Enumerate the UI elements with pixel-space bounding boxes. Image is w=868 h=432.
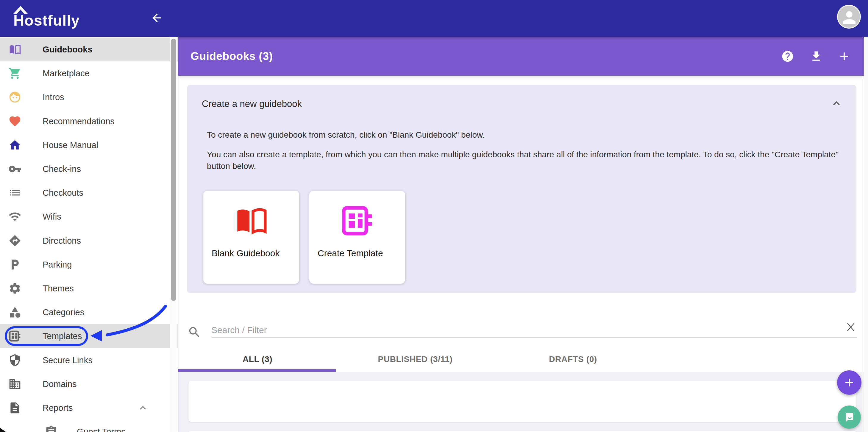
sidebar-item-label: Marketplace: [42, 68, 90, 78]
create-guidebook-panel: Create a new guidebook To create a new g…: [187, 85, 857, 293]
search-input[interactable]: [211, 321, 825, 339]
chat-widget-fab[interactable]: [838, 405, 861, 429]
add-guidebook-fab[interactable]: [837, 370, 862, 395]
parking-icon: [8, 258, 22, 271]
sidebar-item-label: Guidebooks: [42, 45, 93, 55]
document-icon: [8, 401, 22, 414]
sidebar-item-marketplace[interactable]: Marketplace: [0, 61, 170, 85]
sidebar-item-label: Parking: [42, 259, 72, 269]
sidebar-item-templates[interactable]: Templates: [0, 324, 178, 348]
guidebook-row[interactable]: SHARE VIEW: [188, 381, 857, 422]
hostfully-logo[interactable]: Hostfully: [13, 9, 80, 30]
sidebar-item-label: Wifis: [42, 212, 61, 222]
cart-icon: [8, 67, 22, 80]
logo-roof-icon: [13, 4, 28, 14]
open-book-icon: [8, 43, 22, 56]
top-app-bar: Hostfully: [0, 0, 868, 37]
template-icon: [8, 329, 22, 343]
sidebar-item-directions[interactable]: Directions: [0, 229, 170, 253]
panel-title: Create a new guidebook: [202, 98, 302, 109]
add-icon[interactable]: [838, 50, 851, 63]
sidebar-item-label: Check-ins: [42, 164, 81, 174]
help-icon[interactable]: [781, 50, 794, 63]
guidebook-row-partial: [188, 431, 857, 432]
sidebar-item-parking[interactable]: Parking: [0, 253, 170, 277]
clipboard-icon: [45, 425, 58, 432]
sidebar-item-label: Domains: [42, 379, 76, 389]
download-icon[interactable]: [810, 50, 823, 63]
home-icon: [8, 139, 22, 152]
sidebar-scrollbar-track: [170, 37, 178, 432]
collapse-chevron-icon[interactable]: [830, 97, 843, 110]
directions-icon: [8, 234, 22, 247]
sidebar-item-label: Categories: [42, 308, 84, 317]
avatar[interactable]: [837, 5, 861, 29]
sidebar-item-label: Recommendations: [42, 116, 115, 126]
wifi-icon: [8, 210, 22, 223]
tab-bar: ALL (3)PUBLISHED (3/11)DRAFTS (0): [178, 347, 868, 372]
clear-search-icon[interactable]: [845, 322, 856, 333]
sidebar-item-label: Templates: [42, 331, 82, 341]
chat-bubble-icon: [843, 410, 857, 424]
key-icon: [8, 162, 22, 175]
sidebar-item-check-ins[interactable]: Check-ins: [0, 157, 170, 181]
panel-paragraph-1: To create a new guidebook from scratch, …: [207, 130, 485, 140]
heart-icon: [8, 115, 22, 128]
sidebar-item-label: Checkouts: [42, 188, 83, 198]
active-tab-indicator: [178, 369, 336, 372]
sidebar-item-label: Reports: [42, 403, 73, 413]
chevron-up-icon[interactable]: [137, 402, 149, 414]
shield-icon: [8, 354, 22, 367]
sidebar-item-label: Guest Terms: [77, 427, 126, 432]
sidebar-item-intros[interactable]: Intros: [0, 85, 170, 109]
panel-paragraph-2: You can also create a template, from whi…: [207, 149, 839, 172]
tab-published[interactable]: PUBLISHED (3/11): [336, 347, 494, 372]
person-icon: [840, 8, 859, 27]
card-label: Blank Guidebook: [212, 248, 280, 258]
list-icon: [8, 186, 22, 199]
gear-icon: [8, 282, 22, 295]
building-icon: [8, 377, 22, 391]
sidebar-item-label: Themes: [42, 284, 74, 293]
plus-icon: [843, 376, 856, 389]
page-header: Guidebooks (3): [178, 37, 868, 76]
category-icon: [8, 306, 22, 319]
back-arrow-icon[interactable]: [150, 11, 163, 24]
blank-guidebook-card[interactable]: Blank Guidebook: [203, 191, 299, 284]
sidebar: GuidebooksMarketplaceIntrosRecommendatio…: [0, 37, 178, 432]
open-book-icon: [234, 203, 269, 239]
guidebook-list-zone: SHARE VIEW: [178, 372, 864, 432]
sidebar-item-label: House Manual: [42, 140, 98, 150]
sidebar-item-guidebooks[interactable]: Guidebooks: [0, 37, 178, 61]
app-window: Hostfully GuidebooksMarketplaceIntrosRec…: [0, 0, 868, 432]
sidebar-item-wifis[interactable]: Wifis: [0, 205, 170, 229]
sidebar-item-themes[interactable]: Themes: [0, 277, 170, 300]
sidebar-item-domains[interactable]: Domains: [0, 372, 170, 396]
main-scrollbar-track[interactable]: [864, 37, 868, 432]
sidebar-item-label: Directions: [42, 236, 81, 246]
sidebar-item-house-manual[interactable]: House Manual: [0, 133, 170, 157]
create-template-card[interactable]: Create Template: [309, 191, 405, 284]
sidebar-scrollbar-thumb[interactable]: [171, 39, 176, 301]
sidebar-item-checkouts[interactable]: Checkouts: [0, 181, 170, 205]
sidebar-item-categories[interactable]: Categories: [0, 300, 170, 324]
search-underline: [211, 337, 857, 338]
tab-drafts[interactable]: DRAFTS (0): [494, 347, 652, 372]
face-icon: [8, 91, 22, 104]
card-label: Create Template: [318, 248, 383, 258]
tab-all[interactable]: ALL (3): [179, 347, 336, 372]
search-icon: [188, 325, 201, 339]
sidebar-item-secure-links[interactable]: Secure Links: [0, 348, 170, 372]
sidebar-item-label: Secure Links: [42, 355, 93, 365]
sidebar-item-recommendations[interactable]: Recommendations: [0, 109, 170, 133]
sidebar-item-reports[interactable]: Reports: [0, 396, 170, 420]
sidebar-item-label: Intros: [42, 92, 64, 102]
sidebar-item-guest-terms[interactable]: Guest Terms: [0, 420, 170, 432]
main-content: Guidebooks (3) Create a new guidebook To…: [178, 37, 868, 432]
template-icon: [340, 203, 375, 239]
page-title: Guidebooks (3): [190, 50, 273, 63]
